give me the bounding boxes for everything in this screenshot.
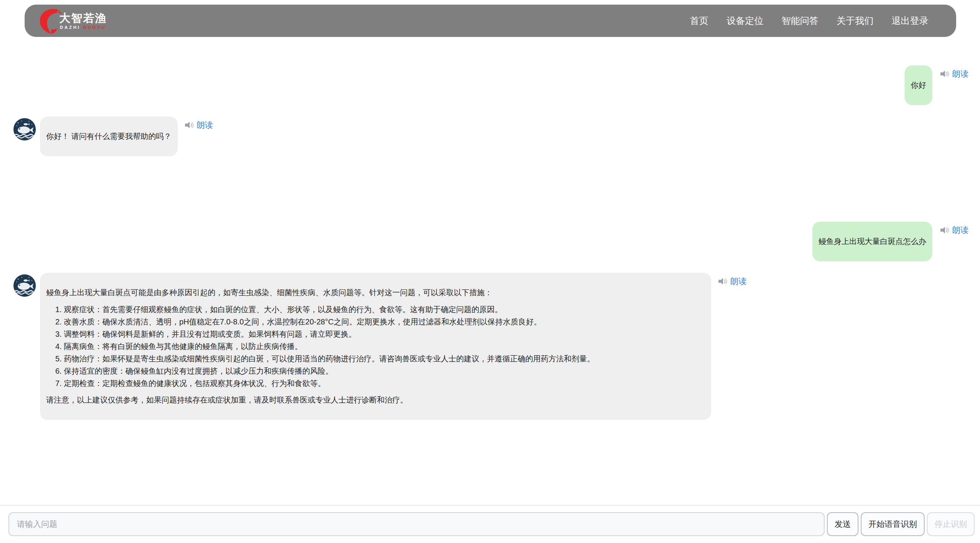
app-logo[interactable]: 大智若渔 DAZHI RUOYU <box>38 7 107 35</box>
speaker-icon <box>185 120 195 130</box>
bot-answer-intro: 鳗鱼身上出现大量白斑点可能是由多种原因引起的，如寄生虫感染、细菌性疾病、水质问题… <box>46 287 705 299</box>
speaker-icon <box>718 277 728 286</box>
read-aloud-button[interactable]: 朗读 <box>185 120 213 130</box>
bot-answer-list-item: 改善水质：确保水质清洁、透明，pH值稳定在7.0-8.0之间，水温控制在20-2… <box>64 316 705 328</box>
app-header: 大智若渔 DAZHI RUOYU 首页 设备定位 智能问答 关于我们 退出登录 <box>25 5 956 37</box>
read-aloud-label: 朗读 <box>197 120 213 130</box>
bot-avatar <box>13 118 36 141</box>
user-message-text: 你好 <box>911 79 926 91</box>
bot-answer-list-item: 观察症状：首先需要仔细观察鳗鱼的症状，如白斑的位置、大小、形状等，以及鳗鱼的行为… <box>64 303 705 316</box>
bot-message-row: 你好！ 请问有什么需要我帮助的吗？ 朗读 <box>13 117 969 156</box>
nav-logout[interactable]: 退出登录 <box>892 15 928 27</box>
stop-voice-button[interactable]: 停止识别 <box>927 512 975 536</box>
speaker-icon <box>940 226 950 235</box>
read-aloud-button[interactable]: 朗读 <box>718 276 747 287</box>
logo-subtitle: DAZHI RUOYU <box>60 25 106 30</box>
user-message-row: 鳗鱼身上出现大量白斑点怎么办 朗读 <box>13 222 969 261</box>
send-button[interactable]: 发送 <box>827 512 858 536</box>
question-input[interactable] <box>8 512 825 536</box>
main-nav: 首页 设备定位 智能问答 关于我们 退出登录 <box>672 15 928 27</box>
read-aloud-button[interactable]: 朗读 <box>940 225 968 236</box>
bot-message-text: 你好！ 请问有什么需要我帮助的吗？ <box>46 130 172 142</box>
bot-answer-list: 观察症状：首先需要仔细观察鳗鱼的症状，如白斑的位置、大小、形状等，以及鳗鱼的行为… <box>46 303 705 389</box>
read-aloud-button[interactable]: 朗读 <box>940 69 968 79</box>
bot-answer-list-item: 药物治疗：如果怀疑是寄生虫感染或细菌性疾病引起的白斑，可以使用适当的药物进行治疗… <box>64 353 705 365</box>
bot-message-row: 鳗鱼身上出现大量白斑点可能是由多种原因引起的，如寄生虫感染、细菌性疾病、水质问题… <box>13 273 969 420</box>
start-voice-button[interactable]: 开始语音识别 <box>861 512 925 536</box>
logo-title: 大智若渔 <box>59 12 107 24</box>
read-aloud-label: 朗读 <box>952 225 968 236</box>
read-aloud-label: 朗读 <box>952 69 968 79</box>
bot-answer-list-item: 调整饲料：确保饲料是新鲜的，并且没有过期或变质。如果饲料有问题，请立即更换。 <box>64 328 705 340</box>
composer-bar: 发送 开始语音识别 停止识别 <box>0 505 980 543</box>
read-aloud-label: 朗读 <box>730 276 747 287</box>
user-message-row: 你好 朗读 <box>13 65 969 105</box>
chat-area: 你好 朗读 <box>0 37 980 420</box>
logo-text: 大智若渔 DAZHI RUOYU <box>59 12 107 30</box>
bot-answer-list-item: 保持适宜的密度：确保鳗鱼缸内没有过度拥挤，以减少压力和疾病传播的风险。 <box>64 365 705 377</box>
bot-answer-list-item: 定期检查：定期检查鳗鱼的健康状况，包括观察其身体状况、行为和食欲等。 <box>64 377 705 389</box>
bot-answer-list-item: 隔离病鱼：将有白斑的鳗鱼与其他健康的鳗鱼隔离，以防止疾病传播。 <box>64 340 705 353</box>
fish-avatar-icon <box>13 274 36 297</box>
bot-avatar <box>13 274 36 297</box>
speaker-icon <box>940 69 950 79</box>
bot-message-bubble: 鳗鱼身上出现大量白斑点可能是由多种原因引起的，如寄生虫感染、细菌性疾病、水质问题… <box>40 273 711 420</box>
nav-about-us[interactable]: 关于我们 <box>837 15 873 27</box>
bot-message-bubble: 你好！ 请问有什么需要我帮助的吗？ <box>40 117 178 156</box>
user-message-bubble: 鳗鱼身上出现大量白斑点怎么办 <box>812 222 932 261</box>
nav-device-location[interactable]: 设备定位 <box>727 15 763 27</box>
nav-smart-qa[interactable]: 智能问答 <box>782 15 818 27</box>
user-message-bubble: 你好 <box>905 65 932 105</box>
user-message-text: 鳗鱼身上出现大量白斑点怎么办 <box>818 236 926 247</box>
nav-home[interactable]: 首页 <box>690 15 708 27</box>
bot-answer-outro: 请注意，以上建议仅供参考，如果问题持续存在或症状加重，请及时联系兽医或专业人士进… <box>46 394 705 406</box>
fish-avatar-icon <box>13 118 36 141</box>
